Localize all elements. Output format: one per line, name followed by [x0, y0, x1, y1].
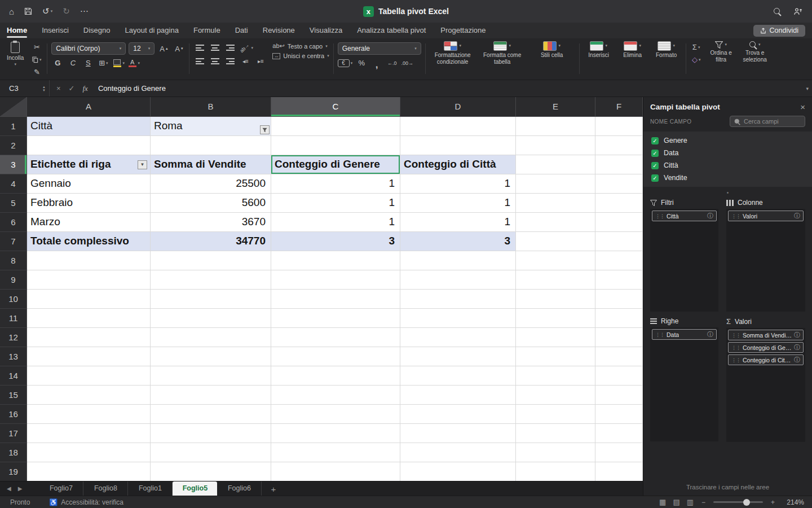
decrease-decimal-button[interactable]: .00→	[401, 58, 413, 68]
info-icon[interactable]: ⓘ	[794, 343, 800, 352]
add-sheet-button[interactable]: +	[271, 485, 276, 493]
ribbon-tab-inserisci[interactable]: Inserisci	[42, 23, 69, 38]
insert-cells-button[interactable]: ▾ Inserisci	[584, 41, 614, 59]
percent-format-button[interactable]: %	[355, 58, 368, 68]
row-labels-filter-dropdown-icon[interactable]: ▼	[138, 160, 147, 169]
column-header-F[interactable]: F	[595, 97, 643, 117]
zoom-out-button[interactable]: −	[701, 498, 705, 506]
search-icon[interactable]	[774, 8, 781, 15]
rows-area-box[interactable]: ⋮⋮Dataⓘ	[650, 327, 718, 441]
cell-B17[interactable]	[151, 424, 271, 443]
cell-B16[interactable]	[151, 405, 271, 424]
comma-format-button[interactable]: ,	[370, 58, 383, 68]
row-header-7[interactable]: 7	[0, 232, 27, 251]
font-name-select[interactable]: Calibri (Corpo) ▾	[51, 42, 126, 55]
increase-font-size-button[interactable]: A▴	[157, 43, 170, 54]
cell-A15[interactable]	[27, 386, 151, 405]
cell-D4[interactable]: 1	[400, 174, 516, 194]
borders-button[interactable]: ⊞▾	[97, 58, 109, 68]
accessibility-status[interactable]: ♿ Accessibilità: verifica	[49, 498, 123, 506]
cell-F2[interactable]	[595, 136, 643, 155]
cell-D17[interactable]	[400, 424, 516, 443]
cell-D11[interactable]	[400, 309, 516, 328]
row-header-16[interactable]: 16	[0, 405, 27, 424]
drag-handle-icon[interactable]: ⋮⋮	[655, 332, 664, 338]
cell-D10[interactable]	[400, 290, 516, 309]
cell-B8[interactable]	[151, 251, 271, 270]
cell-A1[interactable]: Città	[27, 117, 151, 136]
row-header-4[interactable]: 4	[0, 174, 27, 194]
cell-C18[interactable]	[271, 443, 400, 462]
font-size-select[interactable]: 12 ▾	[129, 42, 155, 55]
cell-A10[interactable]	[27, 290, 151, 309]
cell-F7[interactable]	[595, 232, 643, 251]
cell-F16[interactable]	[595, 405, 643, 424]
currency-format-button[interactable]: €▾	[338, 58, 353, 68]
area-pill-rows[interactable]: ⋮⋮Dataⓘ	[652, 329, 717, 340]
confirm-entry-icon[interactable]: ✓	[69, 84, 75, 93]
cell-C5[interactable]: 1	[271, 194, 400, 213]
zoom-in-button[interactable]: +	[771, 498, 775, 506]
prev-sheet-icon[interactable]: ◀	[7, 485, 11, 492]
decrease-indent-button[interactable]: ◂≡	[239, 56, 251, 67]
zoom-slider[interactable]	[713, 501, 763, 503]
column-header-A[interactable]: A	[27, 97, 151, 117]
drag-handle-icon[interactable]: ⋮⋮	[655, 213, 664, 219]
row-header-5[interactable]: 5	[0, 194, 27, 213]
page-layout-view-icon[interactable]: ▤	[673, 498, 679, 506]
cell-F19[interactable]	[595, 462, 643, 481]
page-break-view-icon[interactable]: ▥	[687, 498, 694, 506]
conditional-formatting-button[interactable]: ▾ Formattazione condizionale	[430, 41, 476, 65]
area-pill-values[interactable]: ⋮⋮Conteggio di Ge…ⓘ	[728, 342, 804, 353]
cell-E16[interactable]	[516, 405, 595, 424]
cell-D7[interactable]: 3	[400, 232, 516, 251]
sort-filter-button[interactable]: ▾ Ordina e filtra	[706, 41, 736, 63]
checkbox-checked-icon[interactable]: ✓	[651, 174, 659, 182]
cell-A12[interactable]	[27, 328, 151, 347]
cell-E5[interactable]	[516, 194, 595, 213]
cell-E2[interactable]	[516, 136, 595, 155]
cell-D14[interactable]	[400, 366, 516, 386]
column-header-C[interactable]: C	[271, 97, 400, 117]
field-search-box[interactable]	[730, 116, 805, 127]
cell-D6[interactable]: 1	[400, 213, 516, 232]
cell-E13[interactable]	[516, 347, 595, 366]
select-all-corner[interactable]	[0, 97, 27, 117]
cell-B19[interactable]	[151, 462, 271, 481]
decrease-font-size-button[interactable]: A▾	[173, 43, 185, 54]
cell-D12[interactable]	[400, 328, 516, 347]
more-commands-icon[interactable]: ⋯	[80, 6, 89, 16]
cell-A13[interactable]	[27, 347, 151, 366]
cell-E7[interactable]	[516, 232, 595, 251]
cell-C10[interactable]	[271, 290, 400, 309]
column-header-B[interactable]: B	[151, 97, 271, 117]
expand-formula-bar-icon[interactable]: ▾	[806, 86, 809, 91]
cell-B15[interactable]	[151, 386, 271, 405]
cancel-entry-icon[interactable]: ×	[56, 84, 61, 93]
info-icon[interactable]: ⓘ	[794, 356, 800, 364]
cell-B9[interactable]	[151, 270, 271, 290]
share-button[interactable]: Condividi	[753, 25, 805, 37]
cell-C4[interactable]: 1	[271, 174, 400, 194]
cell-B3[interactable]: Somma di Vendite	[151, 155, 271, 174]
applied-filter-icon[interactable]	[260, 125, 270, 134]
cell-A17[interactable]	[27, 424, 151, 443]
sheet-tab-foglio1[interactable]: Foglio1	[128, 481, 173, 496]
cell-F17[interactable]	[595, 424, 643, 443]
align-center-button[interactable]	[209, 56, 221, 67]
row-header-6[interactable]: 6	[0, 213, 27, 232]
column-header-D[interactable]: D	[400, 97, 516, 117]
ribbon-tab-progettazione[interactable]: Progettazione	[440, 23, 486, 38]
row-header-13[interactable]: 13	[0, 347, 27, 366]
cell-E17[interactable]	[516, 424, 595, 443]
cell-E11[interactable]	[516, 309, 595, 328]
cell-E10[interactable]	[516, 290, 595, 309]
format-cells-button[interactable]: ▾ Formato	[651, 41, 682, 59]
redo-button[interactable]: ↻	[63, 6, 70, 16]
drag-handle-icon[interactable]: ⋮⋮	[731, 357, 740, 363]
align-left-button[interactable]	[193, 56, 206, 67]
info-icon[interactable]: ⓘ	[794, 331, 800, 339]
increase-decimal-button[interactable]: ←.0	[386, 58, 398, 68]
cell-C16[interactable]	[271, 405, 400, 424]
number-format-select[interactable]: Generale ▾	[338, 42, 421, 55]
